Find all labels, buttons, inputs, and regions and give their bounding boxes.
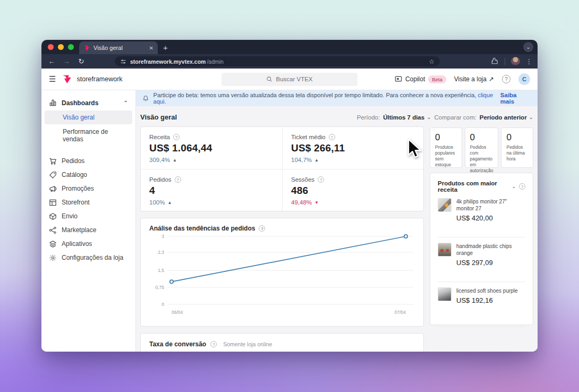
top-products-panel: Produtos com maior receita ⌄ ? 4k philip… (430, 173, 533, 325)
kpi-sessoes[interactable]: Sessões? 486 49,48%▼ (282, 169, 423, 211)
account-avatar[interactable]: C (518, 73, 530, 85)
product-thumbnail (438, 198, 452, 212)
search-placeholder: Buscar VTEX (276, 76, 312, 82)
browser-tab[interactable]: Visão geral ✕ (79, 41, 158, 54)
sidebar-item-label: Envio (62, 212, 78, 220)
sidebar-item-label: Marketplace (62, 226, 96, 234)
product-row[interactable]: handmade plastic chips orange US$ 297,09 (438, 237, 525, 282)
sidebar-item-visao-geral[interactable]: Visão geral (45, 110, 132, 124)
url-bar[interactable]: storeframework.myvtex.com /admin ☆ (115, 56, 440, 66)
forward-button[interactable]: → (62, 57, 71, 65)
sidebar-item-envio[interactable]: Envio (45, 209, 132, 223)
product-name: 4k philips monitor 27" monitor 27 (456, 198, 525, 212)
kpi-value: US$ 266,11 (291, 142, 415, 154)
sidebar-item-catalogo[interactable]: Catálogo (45, 168, 132, 182)
help-icon[interactable]: ? (329, 134, 335, 140)
minimize-window-button[interactable] (58, 44, 64, 50)
tab-search-chevron-icon[interactable]: ⌄ (523, 42, 533, 52)
stat-label: Produtos populares sem estoque (435, 144, 457, 168)
site-settings-icon[interactable] (120, 58, 126, 65)
bookmark-star-icon[interactable]: ☆ (429, 58, 435, 65)
period-label: Período: (357, 114, 380, 121)
sidebar-group-label: Dashboards (62, 99, 98, 107)
help-icon[interactable]: ? (318, 176, 324, 183)
vtex-logo[interactable] (62, 74, 72, 84)
close-window-button[interactable] (48, 44, 54, 50)
browser-profile-avatar[interactable] (511, 57, 520, 66)
kpi-delta: 309,4% (149, 157, 170, 163)
trend-up-icon: ▲ (314, 158, 319, 163)
svg-text:2,3: 2,3 (158, 250, 164, 255)
chevron-up-icon: ⌃ (124, 100, 128, 106)
chart-title: Análise das tendências de pedidos (149, 225, 255, 232)
sidebar-item-marketplace[interactable]: Marketplace (45, 223, 132, 237)
help-icon[interactable]: ? (259, 225, 265, 232)
cart-icon (49, 157, 57, 165)
compare-select[interactable]: Período anterior ⌄ (480, 114, 533, 121)
product-thumbnail (438, 287, 452, 301)
sidebar-item-promocoes[interactable]: Promoções (45, 182, 132, 195)
chevron-down-icon[interactable]: ⌄ (512, 184, 516, 189)
kpi-delta: 104,7% (291, 157, 312, 163)
copilot-button[interactable]: Copilot Beta (395, 75, 446, 83)
sidebar-item-configuracoes[interactable]: Configurações da loja (45, 251, 132, 265)
dashboard-content: Visão geral Período: Últimos 7 dias ⌄ Co… (136, 106, 538, 352)
sidebar-item-label: Aplicativos (62, 240, 92, 248)
vtex-favicon-icon (83, 45, 90, 52)
sidebar-item-pedidos[interactable]: Pedidos (45, 154, 132, 168)
product-row[interactable]: 4k philips monitor 27" monitor 27 US$ 42… (438, 193, 525, 237)
kpi-receita[interactable]: Receita? US$ 1.064,44 309,4%▲ (141, 127, 282, 169)
compare-value: Período anterior (480, 114, 527, 121)
tab-close-icon[interactable]: ✕ (149, 45, 154, 51)
beta-badge: Beta (428, 75, 446, 83)
conversion-panel: Taxa de conversão ? Somente loja online (140, 333, 424, 352)
browser-menu-icon[interactable]: ⋮ (526, 58, 532, 65)
period-value: Últimos 7 dias (383, 114, 424, 121)
help-icon[interactable]: ? (502, 75, 510, 83)
sidebar-item-label: Catálogo (62, 171, 87, 178)
window-controls (41, 40, 79, 54)
product-row[interactable]: licensed soft shoes purple US$ 192,16 (438, 282, 525, 327)
conversion-title: Taxa de conversão (149, 340, 206, 348)
chevron-down-icon: ⌄ (529, 114, 533, 120)
sidebar-item-performance-de-vendas[interactable]: Performance de vendas (45, 125, 132, 146)
period-select[interactable]: Últimos 7 dias ⌄ (383, 114, 431, 121)
svg-text:0,75: 0,75 (155, 285, 164, 290)
reload-button[interactable]: ↻ (76, 57, 86, 65)
stat-pedidos-autorizacao[interactable]: 0 Pedidos com pagamento em autorização (465, 127, 499, 168)
banner-cta[interactable]: Saiba mais (500, 92, 531, 105)
help-icon[interactable]: ? (210, 341, 217, 347)
kpi-ticket-medio[interactable]: Ticket médio? US$ 266,11 104,7%▲ (282, 127, 423, 169)
menu-hamburger-icon[interactable]: ☰ (49, 74, 56, 84)
help-icon[interactable]: ? (519, 183, 525, 190)
help-icon[interactable]: ? (175, 176, 181, 183)
top-products-title: Produtos com maior receita (438, 180, 508, 193)
help-icon[interactable]: ? (173, 134, 180, 140)
kpi-label: Pedidos (149, 176, 172, 183)
search-input[interactable]: Buscar VTEX (222, 73, 357, 86)
zoom-window-button[interactable] (68, 44, 74, 50)
sidebar-group-dashboards[interactable]: Dashboards ⌃ (45, 96, 132, 110)
page-title: Visão geral (140, 113, 177, 121)
svg-text:06/04: 06/04 (172, 310, 183, 315)
browser-window: Visão geral ✕ + ⌄ ← → ↻ storeframework.m… (41, 40, 538, 352)
stat-produtos-sem-estoque[interactable]: 0 Produtos populares sem estoque (430, 127, 462, 168)
stat-value: 0 (470, 132, 493, 143)
visit-store-label: Visite a loja (454, 75, 487, 83)
product-price: US$ 420,00 (456, 214, 525, 222)
megaphone-icon (49, 185, 57, 193)
extensions-icon[interactable] (491, 58, 499, 65)
kpi-pedidos[interactable]: Pedidos? 4 100%▲ (141, 169, 282, 211)
toolbar-right: ⋮ (491, 57, 532, 66)
visit-store-link[interactable]: Visite a loja ↗ (454, 75, 494, 83)
stat-pedidos-ultima-hora[interactable]: 0 Pedidos na última hora (501, 127, 533, 168)
kpi-value: 486 (291, 185, 415, 197)
new-tab-button[interactable]: + (163, 43, 168, 52)
back-button[interactable]: ← (47, 57, 56, 65)
sidebar-item-label: Storefront (62, 199, 90, 206)
kpi-label: Ticket médio (291, 134, 326, 140)
sidebar-item-storefront[interactable]: Storefront (45, 195, 132, 209)
sidebar-item-aplicativos[interactable]: Aplicativos (45, 237, 132, 251)
trend-down-icon: ▼ (314, 200, 319, 205)
browser-tab-strip: Visão geral ✕ + ⌄ (41, 40, 538, 54)
